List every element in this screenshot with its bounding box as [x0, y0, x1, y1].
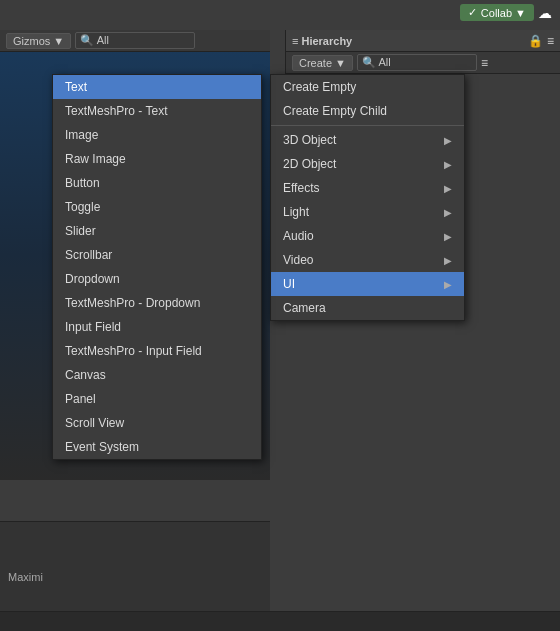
- ui-item-label: Panel: [65, 392, 96, 406]
- submenu-arrow-icon: ▶: [444, 255, 452, 266]
- ui-item-label: Scrollbar: [65, 248, 112, 262]
- menu-item-label: UI: [283, 277, 295, 291]
- gizmos-button[interactable]: Gizmos ▼: [6, 33, 71, 49]
- menu-item-label: Audio: [283, 229, 314, 243]
- menu-item-label: Camera: [283, 301, 326, 315]
- ui-item-label: Button: [65, 176, 100, 190]
- ui-item-label: Dropdown: [65, 272, 120, 286]
- top-bar: ✓ Collab ▼ ☁: [452, 0, 560, 25]
- create-dropdown-menu: Create EmptyCreate Empty Child3D Object▶…: [270, 74, 465, 321]
- ui-item-label: Slider: [65, 224, 96, 238]
- hierarchy-search[interactable]: 🔍 All: [357, 54, 477, 71]
- status-bar: [0, 611, 560, 631]
- ui-menu-item-button[interactable]: Button: [53, 171, 261, 195]
- create-menu-item-create-empty-child[interactable]: Create Empty Child: [271, 99, 464, 123]
- menu-item-label: Effects: [283, 181, 319, 195]
- ui-menu-item-input-field[interactable]: Input Field: [53, 315, 261, 339]
- ui-item-label: Text: [65, 80, 87, 94]
- lock-icon: 🔒: [528, 34, 543, 48]
- submenu-arrow-icon: ▶: [444, 135, 452, 146]
- hierarchy-header: ≡ Hierarchy 🔒 ≡: [286, 30, 560, 52]
- ui-item-label: Image: [65, 128, 98, 142]
- submenu-arrow-icon: ▶: [444, 183, 452, 194]
- hierarchy-options-icon: ≡: [481, 56, 488, 70]
- create-menu-item-2d-object[interactable]: 2D Object▶: [271, 152, 464, 176]
- ui-menu-item-toggle[interactable]: Toggle: [53, 195, 261, 219]
- collab-label: Collab ▼: [481, 7, 526, 19]
- maximize-label: Maximi: [8, 571, 43, 583]
- submenu-arrow-icon: ▶: [444, 231, 452, 242]
- ui-item-label: Canvas: [65, 368, 106, 382]
- ui-item-label: Event System: [65, 440, 139, 454]
- ui-item-label: Raw Image: [65, 152, 126, 166]
- menu-item-label: 3D Object: [283, 133, 336, 147]
- ui-item-label: TextMeshPro - Text: [65, 104, 167, 118]
- hierarchy-search-text: 🔍 All: [362, 56, 391, 69]
- create-button[interactable]: Create ▼: [292, 55, 353, 71]
- ui-menu-item-canvas[interactable]: Canvas: [53, 363, 261, 387]
- menu-item-label: 2D Object: [283, 157, 336, 171]
- hierarchy-title: ≡ Hierarchy: [292, 35, 524, 47]
- ui-menu-item-textmeshpro---dropdown[interactable]: TextMeshPro - Dropdown: [53, 291, 261, 315]
- ui-menu-item-image[interactable]: Image: [53, 123, 261, 147]
- options-icon: ≡: [547, 34, 554, 48]
- ui-item-label: TextMeshPro - Input Field: [65, 344, 202, 358]
- ui-menu-item-slider[interactable]: Slider: [53, 219, 261, 243]
- create-menu-item-light[interactable]: Light▶: [271, 200, 464, 224]
- ui-item-label: TextMeshPro - Dropdown: [65, 296, 200, 310]
- ui-menu-item-textmeshpro---text[interactable]: TextMeshPro - Text: [53, 99, 261, 123]
- submenu-arrow-icon: ▶: [444, 159, 452, 170]
- create-menu-item-camera[interactable]: Camera: [271, 296, 464, 320]
- ui-menu-item-text[interactable]: Text: [53, 75, 261, 99]
- ui-item-label: Input Field: [65, 320, 121, 334]
- ui-menu-item-scrollbar[interactable]: Scrollbar: [53, 243, 261, 267]
- menu-divider: [271, 125, 464, 126]
- ui-submenu: TextTextMeshPro - TextImageRaw ImageButt…: [52, 74, 262, 460]
- ui-menu-item-textmeshpro---input-field[interactable]: TextMeshPro - Input Field: [53, 339, 261, 363]
- ui-menu-item-dropdown[interactable]: Dropdown: [53, 267, 261, 291]
- ui-item-label: Toggle: [65, 200, 100, 214]
- menu-item-label: Light: [283, 205, 309, 219]
- create-label: Create ▼: [299, 57, 346, 69]
- ui-menu-item-raw-image[interactable]: Raw Image: [53, 147, 261, 171]
- menu-item-label: Create Empty: [283, 80, 356, 94]
- collab-checkmark-icon: ✓: [468, 6, 477, 19]
- viewport-search[interactable]: 🔍 All: [75, 32, 195, 49]
- ui-menu-item-event-system[interactable]: Event System: [53, 435, 261, 459]
- ui-item-label: Scroll View: [65, 416, 124, 430]
- ui-menu-item-panel[interactable]: Panel: [53, 387, 261, 411]
- viewport-toolbar: Gizmos ▼ 🔍 All: [0, 30, 270, 52]
- collab-button[interactable]: ✓ Collab ▼: [460, 4, 534, 21]
- hierarchy-toolbar: Create ▼ 🔍 All ≡: [286, 52, 560, 74]
- ui-menu-item-scroll-view[interactable]: Scroll View: [53, 411, 261, 435]
- gizmos-label: Gizmos ▼: [13, 35, 64, 47]
- create-menu-item-create-empty[interactable]: Create Empty: [271, 75, 464, 99]
- menu-item-label: Video: [283, 253, 313, 267]
- create-menu-item-audio[interactable]: Audio▶: [271, 224, 464, 248]
- create-menu-item-video[interactable]: Video▶: [271, 248, 464, 272]
- submenu-arrow-icon: ▶: [444, 279, 452, 290]
- submenu-arrow-icon: ▶: [444, 207, 452, 218]
- create-menu-item-effects[interactable]: Effects▶: [271, 176, 464, 200]
- menu-item-label: Create Empty Child: [283, 104, 387, 118]
- hierarchy-panel: ≡ Hierarchy 🔒 ≡ Create ▼ 🔍 All ≡: [285, 30, 560, 74]
- create-menu-item-3d-object[interactable]: 3D Object▶: [271, 128, 464, 152]
- viewport-search-text: 🔍 All: [80, 34, 109, 47]
- cloud-icon: ☁: [538, 5, 552, 21]
- create-menu-item-ui[interactable]: UI▶: [271, 272, 464, 296]
